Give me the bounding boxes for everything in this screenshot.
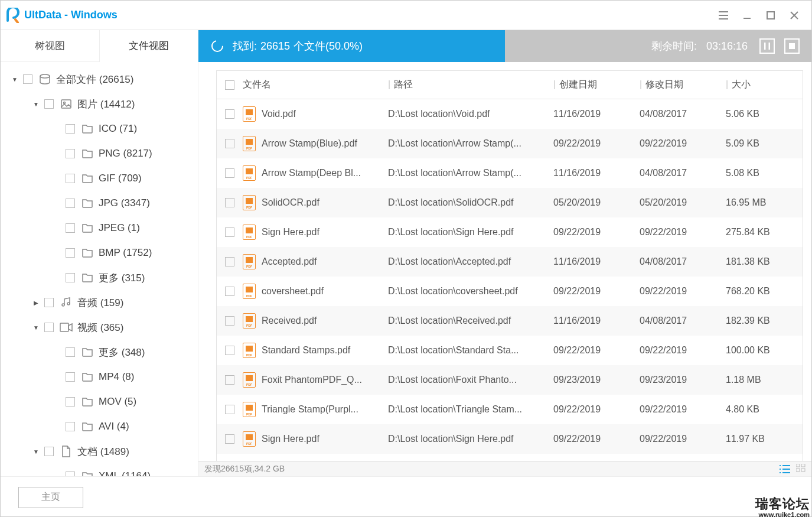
tree-label: MP4 (8) (99, 371, 134, 383)
menu-icon[interactable] (717, 9, 730, 22)
col-created[interactable]: 创建日期 (559, 79, 597, 89)
row-checkbox[interactable] (225, 257, 234, 266)
tree-checkbox[interactable] (66, 174, 75, 183)
file-modified: 09/22/2019 (640, 286, 726, 297)
col-path[interactable]: 路径 (394, 79, 413, 89)
tab-file-view[interactable]: 文件视图 (100, 30, 199, 62)
table-row[interactable]: Sign Here.pdfD:\Lost location\Sign Here.… (217, 217, 803, 247)
tree-checkbox[interactable] (66, 149, 75, 158)
tree-checkbox[interactable] (66, 199, 75, 208)
row-checkbox[interactable] (225, 346, 234, 355)
tree-item[interactable]: ICO (71) (1, 116, 198, 141)
row-checkbox[interactable] (225, 168, 234, 178)
tree-checkbox[interactable] (66, 422, 75, 431)
tree-checkbox[interactable] (66, 372, 75, 382)
file-created: 09/22/2019 (553, 434, 640, 444)
svg-rect-2 (789, 43, 795, 49)
tree-item[interactable]: 更多 (315) (1, 265, 198, 290)
tree-toggle[interactable]: ▼ (31, 101, 41, 108)
tree-toggle[interactable]: ▶ (31, 300, 41, 306)
tree-item[interactable]: ▶音频 (159) (1, 290, 198, 315)
tree-checkbox[interactable] (44, 298, 54, 307)
folder-icon (81, 148, 94, 159)
tree-item[interactable]: XML (1164) (1, 464, 198, 476)
file-size: 1.18 MB (726, 375, 797, 385)
tree-toggle[interactable]: ▼ (31, 324, 41, 331)
table-row[interactable]: Triangle Stamp(Purpl...D:\Lost location\… (217, 395, 803, 424)
tree-label: GIF (709) (99, 173, 142, 184)
tree-toggle[interactable]: ▼ (31, 448, 41, 455)
home-button[interactable]: 主页 (18, 487, 83, 508)
col-size[interactable]: 大小 (732, 79, 751, 89)
tree-checkbox[interactable] (66, 124, 75, 134)
pdf-icon (243, 284, 256, 299)
tree-checkbox[interactable] (66, 248, 75, 258)
tree-item[interactable]: GIF (709) (1, 166, 198, 191)
tree-item[interactable]: BMP (1752) (1, 240, 198, 265)
pause-button[interactable] (759, 38, 775, 54)
file-path: D:\Lost location\coversheet.pdf (388, 286, 553, 297)
file-path: D:\Lost location\Received.pdf (388, 316, 553, 326)
row-checkbox[interactable] (225, 405, 234, 414)
sidebar[interactable]: ▼全部文件 (26615)▼图片 (14412)ICO (71)PNG (821… (1, 62, 198, 476)
row-checkbox[interactable] (225, 109, 234, 119)
tree-checkbox[interactable] (66, 223, 75, 233)
col-name[interactable]: 文件名 (243, 79, 388, 91)
table-row[interactable]: Foxit PhantomPDF_Q...D:\Lost location\Fo… (217, 365, 803, 395)
table-row[interactable]: Arrow Stamp(Blue).pdfD:\Lost location\Ar… (217, 129, 803, 158)
maximize-icon[interactable] (764, 9, 777, 22)
row-checkbox[interactable] (225, 198, 234, 207)
tree-toggle[interactable]: ▼ (10, 76, 19, 83)
stop-icon (789, 43, 795, 49)
tree-item[interactable]: AVI (4) (1, 414, 198, 439)
tree-item[interactable]: ▼全部文件 (26615) (1, 67, 198, 92)
row-checkbox[interactable] (225, 375, 234, 385)
table-row[interactable]: Standard Stamps.pdfD:\Lost location\Stan… (217, 336, 803, 365)
tree-checkbox[interactable] (44, 447, 54, 456)
table-row[interactable]: coversheet.pdfD:\Lost location\covershee… (217, 277, 803, 306)
table-row[interactable]: Accepted.pdfD:\Lost location\Accepted.pd… (217, 247, 803, 277)
table-row[interactable]: Sign Here.pdfD:\Lost location\Sign Here.… (217, 424, 803, 454)
file-name: Accepted.pdf (262, 256, 317, 267)
stop-button[interactable] (784, 38, 800, 54)
tree-item[interactable]: MP4 (8) (1, 365, 198, 389)
row-checkbox[interactable] (225, 434, 234, 444)
table-row[interactable]: SolidOCR.pdfD:\Lost location\SolidOCR.pd… (217, 188, 803, 217)
col-modified[interactable]: 修改日期 (645, 79, 683, 89)
tree-item[interactable]: MOV (5) (1, 389, 198, 414)
tree-checkbox[interactable] (66, 273, 75, 282)
tree-checkbox[interactable] (23, 74, 32, 84)
minimize-icon[interactable] (741, 9, 754, 22)
tree-checkbox[interactable] (44, 323, 54, 332)
tree-item[interactable]: JPG (3347) (1, 191, 198, 216)
list-view-button[interactable] (780, 464, 790, 474)
tree-item[interactable]: ▼文档 (1489) (1, 439, 198, 464)
tree-item[interactable]: ▼图片 (14412) (1, 92, 198, 116)
table-row[interactable]: Void.pdfD:\Lost location\Void.pdf11/16/2… (217, 99, 803, 129)
file-table[interactable]: 文件名 |路径 |创建日期 |修改日期 |大小 Void.pdfD:\Lost … (216, 70, 803, 461)
tree-checkbox[interactable] (66, 397, 75, 407)
tab-tree-view[interactable]: 树视图 (1, 30, 100, 62)
doc-icon (60, 446, 73, 457)
tree-item[interactable]: JPEG (1) (1, 216, 198, 240)
close-icon[interactable] (788, 9, 801, 22)
row-checkbox[interactable] (225, 316, 234, 326)
tree-checkbox[interactable] (44, 99, 54, 109)
image-icon (60, 98, 73, 110)
tree-item[interactable]: ▼视频 (365) (1, 315, 198, 340)
file-name: Received.pdf (262, 316, 317, 326)
select-all-checkbox[interactable] (225, 80, 234, 90)
tree-item[interactable]: PNG (8217) (1, 141, 198, 166)
tree-checkbox[interactable] (66, 347, 75, 357)
row-checkbox[interactable] (225, 227, 234, 237)
row-checkbox[interactable] (225, 139, 234, 148)
tree-item[interactable]: 更多 (348) (1, 340, 198, 365)
app-logo: UltData - Windows (5, 8, 118, 23)
tree-checkbox[interactable] (66, 472, 75, 476)
table-row[interactable]: Arrow Stamp(Deep Bl...D:\Lost location\A… (217, 158, 803, 188)
row-checkbox[interactable] (225, 287, 234, 296)
file-path: D:\Lost location\Sign Here.pdf (388, 227, 553, 238)
grid-view-button[interactable] (796, 464, 806, 474)
table-row[interactable]: Received.pdfD:\Lost location\Received.pd… (217, 306, 803, 336)
file-modified: 04/08/2017 (640, 316, 726, 326)
